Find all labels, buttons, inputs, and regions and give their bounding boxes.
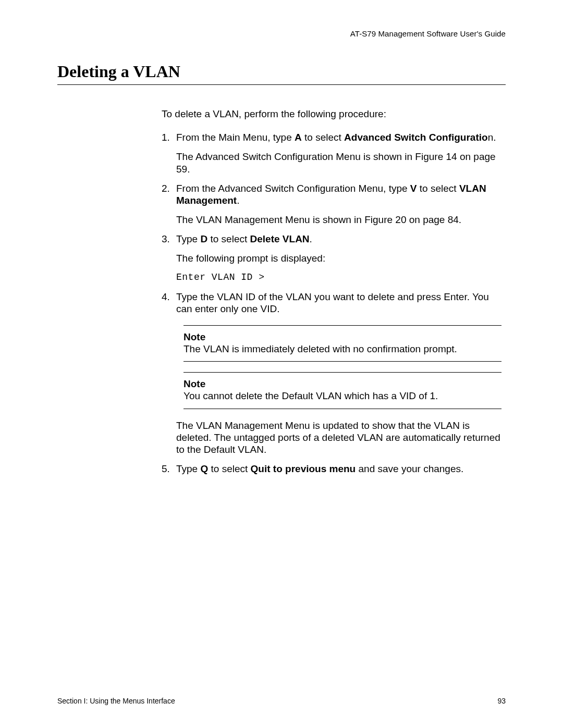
step-text: From the Advanced Switch Configuration M… — [176, 183, 486, 206]
code-prompt: Enter VLAN ID > — [176, 272, 506, 283]
step-3-followup: The following prompt is displayed: — [176, 252, 506, 264]
intro-text: To delete a VLAN, perform the following … — [162, 108, 506, 120]
step-4-followup: The VLAN Management Menu is updated to s… — [176, 419, 506, 456]
step-4: Type the VLAN ID of the VLAN you want to… — [162, 291, 506, 456]
note-box-1: Note The VLAN is immediately deleted wit… — [183, 325, 501, 362]
step-3: Type D to select Delete VLAN. The follow… — [162, 233, 506, 283]
footer-page-number: 93 — [497, 697, 506, 705]
running-head: AT-S79 Management Software User's Guide — [57, 29, 506, 38]
footer-section-label: Section I: Using the Menus Interface — [57, 697, 175, 705]
step-text: Type D to select Delete VLAN. — [176, 233, 312, 244]
step-text: Type Q to select Quit to previous menu a… — [176, 463, 463, 474]
note-label: Note — [183, 331, 501, 343]
body-column: To delete a VLAN, perform the following … — [162, 108, 506, 475]
page-footer: Section I: Using the Menus Interface 93 — [57, 697, 506, 705]
note-body: The VLAN is immediately deleted with no … — [183, 343, 501, 355]
page-title: Deleting a VLAN — [57, 62, 506, 85]
note-body: You cannot delete the Default VLAN which… — [183, 390, 501, 402]
step-text: Type the VLAN ID of the VLAN you want to… — [176, 291, 489, 314]
note-box-2: Note You cannot delete the Default VLAN … — [183, 372, 501, 409]
step-1-followup: The Advanced Switch Configuration Menu i… — [176, 151, 506, 175]
document-page: AT-S79 Management Software User's Guide … — [0, 0, 563, 728]
step-2: From the Advanced Switch Configuration M… — [162, 182, 506, 226]
step-text: From the Main Menu, type A to select Adv… — [176, 132, 496, 143]
step-1: From the Main Menu, type A to select Adv… — [162, 131, 506, 175]
note-label: Note — [183, 378, 501, 390]
step-2-followup: The VLAN Management Menu is shown in Fig… — [176, 214, 506, 226]
step-5: Type Q to select Quit to previous menu a… — [162, 463, 506, 475]
procedure-steps: From the Main Menu, type A to select Adv… — [162, 131, 506, 475]
